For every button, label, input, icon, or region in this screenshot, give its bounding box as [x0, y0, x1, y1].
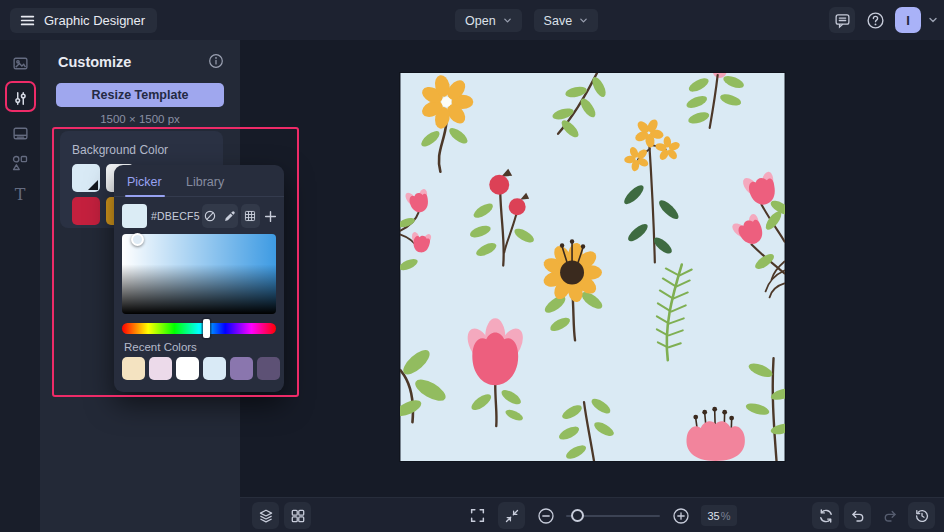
- saturation-brightness-area[interactable]: [122, 234, 276, 314]
- floral-pattern-artwork: [400, 73, 785, 461]
- app-title: Graphic Designer: [44, 13, 145, 28]
- active-tab-underline: [125, 195, 165, 198]
- file-actions: Open Save: [455, 9, 598, 32]
- chevron-down-icon: [503, 16, 512, 25]
- recent-colors-row: [122, 357, 280, 380]
- adjust-sliders-icon: [12, 90, 29, 107]
- history-icon: [914, 508, 930, 524]
- sidebar-item-graphics[interactable]: [0, 148, 40, 178]
- zoom-level-display[interactable]: 35%: [701, 505, 737, 526]
- text-icon: T: [15, 187, 26, 203]
- feedback-bubble-icon: [834, 12, 851, 29]
- grid-view-icon: [290, 508, 306, 524]
- plus-circle-icon: [672, 507, 690, 525]
- background-swatch-red[interactable]: [72, 197, 100, 225]
- save-button[interactable]: Save: [534, 9, 599, 32]
- template-dimensions: 1500 × 1500 px: [40, 113, 240, 125]
- color-picker-popup: Picker Library #DBECF5: [114, 165, 284, 392]
- help-icon: [866, 11, 885, 30]
- sidebar-item-text[interactable]: T: [0, 180, 40, 210]
- recent-color-swatch[interactable]: [230, 357, 253, 380]
- image-icon: [12, 55, 29, 72]
- hamburger-icon: [19, 12, 36, 29]
- redo-button[interactable]: [876, 502, 903, 529]
- sidebar-item-templates[interactable]: [0, 118, 40, 148]
- layers-button[interactable]: [252, 502, 279, 529]
- main-menu-button[interactable]: Graphic Designer: [10, 8, 157, 33]
- eyedropper-icon[interactable]: [223, 209, 237, 223]
- picker-tabs: Picker Library: [114, 165, 284, 197]
- help-button[interactable]: [862, 7, 888, 33]
- open-button[interactable]: Open: [455, 9, 522, 32]
- swatch-grid-button[interactable]: [241, 204, 260, 228]
- hue-handle[interactable]: [203, 319, 210, 338]
- feedback-button[interactable]: [829, 7, 855, 33]
- current-color-swatch[interactable]: [122, 204, 147, 228]
- fit-screen-button[interactable]: [498, 502, 525, 529]
- account-actions: I: [829, 7, 938, 33]
- account-chevron-down-icon[interactable]: [928, 15, 938, 25]
- sidebar-item-customize[interactable]: [0, 83, 40, 113]
- fit-screen-icon: [504, 508, 520, 524]
- resize-template-button[interactable]: Resize Template: [56, 83, 224, 107]
- user-avatar[interactable]: I: [895, 7, 921, 33]
- zoom-in-button[interactable]: [667, 502, 694, 529]
- graphic-designer-app: Graphic Designer Open Save: [0, 0, 944, 532]
- grid-view-button[interactable]: [284, 502, 311, 529]
- zoom-slider[interactable]: [566, 502, 660, 529]
- toolbar-left-group: [252, 502, 311, 529]
- tool-sidebar: T: [0, 40, 40, 532]
- add-color-icon: [263, 209, 278, 224]
- canvas-artboard[interactable]: [400, 73, 785, 461]
- panel-title: Customize: [58, 54, 131, 70]
- no-color-icon[interactable]: [203, 209, 217, 223]
- recent-color-swatch[interactable]: [257, 357, 280, 380]
- minus-circle-icon: [537, 507, 555, 525]
- zoom-out-button[interactable]: [532, 502, 559, 529]
- redo-icon: [882, 508, 898, 524]
- template-icon: [12, 125, 29, 142]
- color-tool-group: [202, 204, 238, 228]
- hex-input[interactable]: #DBECF5: [151, 205, 199, 227]
- fullscreen-button[interactable]: [464, 502, 491, 529]
- chevron-down-icon: [579, 16, 588, 25]
- background-color-label: Background Color: [72, 143, 168, 157]
- layers-icon: [258, 508, 274, 524]
- recent-color-swatch[interactable]: [122, 357, 145, 380]
- hue-slider[interactable]: [122, 323, 276, 334]
- recent-color-swatch[interactable]: [203, 357, 226, 380]
- recent-color-swatch[interactable]: [176, 357, 199, 380]
- recent-colors-label: Recent Colors: [124, 341, 197, 353]
- reset-icon: [818, 508, 834, 524]
- add-color-button[interactable]: [263, 204, 278, 228]
- swatch-grid-icon: [243, 209, 257, 223]
- fullscreen-icon: [469, 507, 486, 524]
- sidebar-item-images[interactable]: [0, 48, 40, 78]
- history-button[interactable]: [908, 502, 935, 529]
- hex-row: #DBECF5: [122, 203, 278, 229]
- tab-picker[interactable]: Picker: [127, 175, 162, 189]
- zoom-slider-handle[interactable]: [571, 509, 584, 522]
- info-icon[interactable]: [208, 53, 224, 69]
- undo-icon: [850, 508, 866, 524]
- saturation-handle[interactable]: [131, 233, 144, 246]
- toolbar-zoom-group: 35%: [464, 502, 737, 529]
- reset-button[interactable]: [812, 502, 839, 529]
- toolbar-history-group: [812, 502, 935, 529]
- bottom-toolbar: 35%: [240, 497, 944, 532]
- shapes-icon: [11, 154, 29, 172]
- tab-library[interactable]: Library: [186, 175, 224, 189]
- undo-button[interactable]: [844, 502, 871, 529]
- background-swatch-current[interactable]: [72, 164, 100, 192]
- top-bar: Graphic Designer Open Save: [0, 0, 944, 40]
- recent-color-swatch[interactable]: [149, 357, 172, 380]
